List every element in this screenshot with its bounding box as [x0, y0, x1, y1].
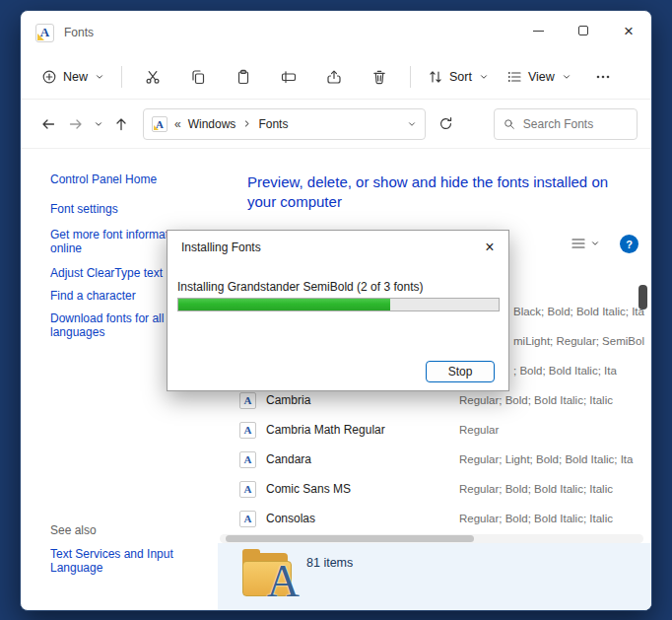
desktop-background: A Fonts × New	[0, 0, 672, 620]
up-icon	[113, 116, 129, 132]
sidebar-item-font-settings[interactable]: Font settings	[50, 202, 203, 216]
stop-button[interactable]: Stop	[426, 361, 495, 382]
chevron-down-icon	[95, 72, 104, 82]
search-input[interactable]	[523, 117, 628, 131]
item-count: 81 items	[306, 556, 353, 570]
share-button[interactable]	[316, 63, 352, 91]
horizontal-scrollbar[interactable]	[220, 534, 643, 543]
letter-a-glyph: A	[267, 559, 300, 604]
address-bar: A « Windows Fonts	[21, 100, 651, 149]
font-list-row[interactable]: A Comic Sans MS Regular; Bold; Bold Ital…	[218, 474, 639, 504]
see-also-section: See also Text Services and Input Languag…	[50, 523, 203, 586]
font-name: Cambria Math Regular	[266, 423, 385, 437]
cut-icon	[145, 69, 161, 85]
font-styles: ; Bold; Bold Italic; Ita	[513, 365, 617, 377]
close-icon: ×	[485, 239, 494, 256]
font-file-icon: A	[239, 511, 256, 527]
minimize-icon	[533, 31, 544, 32]
sort-button[interactable]: Sort	[419, 63, 498, 91]
font-name: Cambria	[266, 393, 310, 407]
progress-bar-fill	[178, 299, 390, 310]
close-button[interactable]: ×	[606, 11, 651, 50]
copy-icon	[190, 69, 206, 85]
question-mark-icon: ?	[626, 239, 633, 250]
progress-bar	[177, 298, 500, 311]
sidebar-item-control-panel-home[interactable]: Control Panel Home	[50, 172, 203, 186]
breadcrumb-item-fonts[interactable]: Fonts	[258, 117, 288, 131]
vertical-scrollbar-thumb[interactable]	[638, 285, 647, 310]
back-icon	[40, 116, 56, 132]
fonts-app-icon: A	[35, 24, 54, 42]
dialog-message: Installing Grandstander SemiBold (2 of 3…	[177, 280, 423, 294]
maximize-button[interactable]	[561, 11, 606, 50]
ellipsis-icon	[595, 69, 611, 85]
forward-icon	[68, 116, 84, 132]
font-styles: Black; Bold; Bold Italic; Ita	[513, 306, 644, 317]
page-heading: Preview, delete, or show and hide the fo…	[247, 172, 624, 213]
chevron-right-icon	[242, 119, 251, 128]
font-styles: Regular; Bold; Bold Italic; Italic	[459, 394, 613, 406]
close-icon: ×	[624, 23, 634, 39]
recent-locations-button[interactable]	[90, 109, 107, 139]
chevron-down-icon	[562, 72, 571, 82]
breadcrumb-item-windows[interactable]: Windows	[188, 117, 236, 131]
search-icon	[504, 117, 515, 131]
fonts-window: A Fonts × New	[20, 10, 652, 611]
copy-button[interactable]	[180, 63, 216, 91]
maximize-icon	[578, 26, 588, 35]
dialog-close-button[interactable]: ×	[477, 236, 503, 259]
font-list-row[interactable]: A Candara Regular; Light; Bold; Bold Ita…	[218, 445, 639, 474]
view-button[interactable]: View	[498, 63, 580, 91]
breadcrumb-overflow[interactable]: «	[174, 117, 181, 131]
refresh-button[interactable]	[432, 109, 459, 139]
font-list-row[interactable]: A Cambria Math Regular Regular	[218, 415, 639, 445]
more-options-button[interactable]	[585, 63, 621, 91]
new-button-label: New	[63, 70, 88, 84]
status-bar: A 81 items	[218, 543, 651, 611]
rename-button[interactable]	[271, 63, 306, 91]
forward-button[interactable]	[62, 109, 90, 139]
font-styles: Regular; Light; Bold; Bold Italic; Ita	[459, 453, 633, 465]
search-box[interactable]	[494, 108, 638, 140]
font-name: Candara	[266, 452, 311, 466]
font-styles: Regular; Bold; Bold Italic; Italic	[459, 483, 613, 495]
font-name: Comic Sans MS	[266, 482, 351, 496]
fonts-library-icon: A	[242, 545, 300, 602]
toolbar: New Sort	[21, 54, 651, 100]
details-view-icon	[571, 236, 586, 251]
toolbar-separator	[410, 66, 411, 88]
horizontal-scrollbar-thumb[interactable]	[226, 535, 474, 542]
chevron-down-icon[interactable]	[407, 119, 417, 129]
help-button[interactable]: ?	[620, 235, 638, 253]
chevron-down-icon	[479, 72, 489, 82]
font-styles: miLight; Regular; SemiBol	[513, 335, 644, 347]
fonts-folder-icon: A	[152, 116, 168, 132]
minimize-button[interactable]	[515, 11, 561, 50]
trash-icon	[371, 69, 387, 85]
sort-button-label: Sort	[449, 70, 472, 84]
sidebar-item-text-services[interactable]: Text Services and Input Language	[50, 547, 203, 575]
window-controls: ×	[515, 11, 651, 50]
font-list-row[interactable]: A Consolas Regular; Bold; Bold Italic; I…	[218, 504, 639, 533]
titlebar: A Fonts ×	[21, 11, 651, 54]
cut-button[interactable]	[135, 63, 170, 91]
see-also-heading: See also	[50, 523, 203, 537]
back-button[interactable]	[34, 109, 62, 139]
font-name: Consolas	[266, 512, 315, 525]
window-title: Fonts	[64, 26, 94, 39]
dialog-title: Installing Fonts	[181, 241, 261, 254]
share-icon	[326, 69, 342, 85]
breadcrumb[interactable]: A « Windows Fonts	[143, 108, 426, 140]
paste-button[interactable]	[226, 63, 261, 91]
view-icon	[506, 69, 522, 85]
delete-button[interactable]	[362, 63, 397, 91]
font-file-icon: A	[239, 481, 256, 498]
refresh-icon	[438, 116, 453, 131]
new-button[interactable]: New	[33, 63, 113, 91]
up-button[interactable]	[107, 109, 135, 139]
view-button-label: View	[528, 70, 555, 84]
toolbar-separator	[121, 66, 122, 88]
font-file-icon: A	[239, 392, 256, 409]
view-selector[interactable]	[571, 236, 600, 251]
font-styles: Regular	[459, 424, 499, 436]
